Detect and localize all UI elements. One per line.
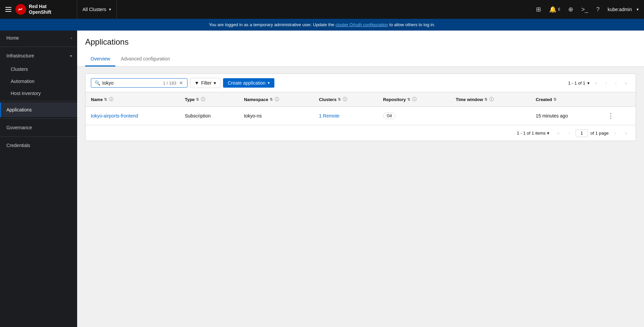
items-per-page-dropdown[interactable]: 1 - 1 of 1 items ▾ (515, 129, 551, 137)
applications-table: Name ⇅ ⓘ Type ⇅ ⓘ (85, 92, 636, 125)
sidebar-item-host-inventory[interactable]: Host inventory (0, 87, 77, 99)
repository-info-button[interactable]: ⓘ (412, 96, 417, 102)
banner-message-end: to allow others to log in. (389, 22, 435, 27)
app-name-link[interactable]: tokyo-airports-frontend (91, 113, 138, 119)
cell-repository: Git (378, 107, 450, 125)
clusters-sort-icon[interactable]: ⇅ (338, 97, 341, 102)
footer-first-page-button[interactable]: « (554, 129, 563, 137)
redhat-logo-icon (15, 4, 26, 15)
namespace-sort-icon[interactable]: ⇅ (270, 97, 273, 102)
repository-sort-icon[interactable]: ⇅ (407, 97, 410, 102)
search-wrap: 🔍 1 / 183 ✕ (91, 78, 187, 88)
cell-created: 15 minutes ago (530, 107, 600, 125)
sidebar-item-home[interactable]: Home › (0, 31, 77, 45)
tab-advanced-configuration[interactable]: Advanced configuration (115, 52, 175, 66)
clear-search-button[interactable]: ✕ (178, 80, 184, 86)
applications-label: Applications (6, 107, 32, 112)
time-window-info-button[interactable]: ⓘ (489, 96, 494, 102)
of-page-text: of 1 page (590, 131, 608, 136)
redhat-logo: Red Hat OpenShift (15, 4, 51, 15)
table-row: tokyo-airports-frontend Subscription tok… (86, 107, 636, 125)
automation-label: Automation (11, 79, 35, 84)
clusters-info-button[interactable]: ⓘ (342, 96, 348, 102)
user-chevron-icon: ▾ (637, 7, 639, 12)
cell-name: tokyo-airports-frontend (86, 107, 179, 125)
app-namespace: tokyo-ns (244, 113, 262, 119)
created-value: 15 minutes ago (536, 113, 568, 119)
tabs-bar: Overview Advanced configuration (85, 52, 636, 66)
oauth-config-link[interactable]: cluster OAuth configuration (335, 22, 388, 27)
namespace-col-sort: Namespace ⇅ ⓘ (244, 96, 279, 102)
created-sort-icon[interactable]: ⇅ (553, 97, 556, 102)
app-type: Subscription (185, 113, 211, 119)
bell-button[interactable]: 🔔 6 (546, 3, 564, 16)
logo-text: Red Hat OpenShift (29, 4, 51, 15)
name-sort-icon[interactable]: ⇅ (104, 97, 107, 102)
bell-count: 6 (558, 7, 560, 12)
col-header-type: Type ⇅ ⓘ (179, 92, 238, 107)
cell-namespace: tokyo-ns (238, 107, 314, 125)
repository-col-sort: Repository ⇅ ⓘ (383, 96, 417, 102)
filter-label: Filter (201, 80, 212, 86)
page-title: Applications (85, 37, 636, 47)
row-actions-button[interactable]: ⋮ (605, 111, 616, 121)
plus-button[interactable]: ⊕ (565, 3, 577, 16)
terminal-button[interactable]: >_ (578, 3, 592, 16)
app-body: Home › Infrastructure ▾ Clusters Automat… (0, 31, 644, 327)
svg-point-1 (19, 8, 21, 9)
sidebar-item-automation[interactable]: Automation (0, 75, 77, 87)
first-page-button[interactable]: « (592, 79, 600, 87)
page-number-input[interactable] (576, 129, 588, 137)
sidebar-item-credentials[interactable]: Credentials (0, 138, 77, 153)
sidebar-item-clusters[interactable]: Clusters (0, 63, 77, 75)
cluster-label: All Clusters (83, 7, 106, 12)
top-navigation: Red Hat OpenShift All Clusters ▾ ⊞ 🔔 6 ⊕… (0, 0, 644, 19)
type-info-button[interactable]: ⓘ (200, 96, 206, 102)
cluster-selector[interactable]: All Clusters ▾ (77, 0, 117, 19)
sidebar-divider-4 (0, 136, 77, 137)
create-application-button[interactable]: Create application ▾ (223, 78, 274, 88)
home-chevron-icon: › (71, 36, 72, 40)
clusters-link[interactable]: 1 Remote (319, 113, 339, 119)
cell-type: Subscription (179, 107, 238, 125)
sidebar-item-governance[interactable]: Governance (0, 120, 77, 135)
filter-button[interactable]: ▼ Filter ▾ (190, 78, 220, 88)
type-sort-icon[interactable]: ⇅ (196, 97, 199, 102)
last-page-button[interactable]: » (622, 79, 630, 87)
top-nav-actions: ⊞ 🔔 6 ⊕ >_ ? kube:admin ▾ (533, 0, 644, 19)
grid-icon-button[interactable]: ⊞ (533, 3, 544, 16)
pagination-count: 1 - 1 of 1 (568, 81, 585, 86)
bell-icon: 🔔 (549, 6, 556, 13)
col-header-repository: Repository ⇅ ⓘ (378, 92, 450, 107)
name-info-button[interactable]: ⓘ (108, 96, 114, 102)
namespace-info-button[interactable]: ⓘ (274, 96, 280, 102)
host-inventory-label: Host inventory (11, 91, 41, 96)
help-button[interactable]: ? (593, 3, 603, 16)
tab-overview[interactable]: Overview (85, 52, 115, 66)
page-header: Applications Overview Advanced configura… (77, 31, 644, 67)
sidebar: Home › Infrastructure ▾ Clusters Automat… (0, 31, 77, 327)
sidebar-item-infrastructure[interactable]: Infrastructure ▾ (0, 48, 77, 63)
user-menu[interactable]: kube:admin (604, 4, 635, 15)
footer-next-page-button[interactable]: › (611, 129, 619, 137)
filter-icon: ▼ (195, 80, 199, 86)
created-col-sort: Created ⇅ (536, 97, 556, 102)
hamburger-menu[interactable] (5, 7, 11, 12)
col-header-created: Created ⇅ (530, 92, 600, 107)
next-page-button[interactable]: › (612, 79, 620, 87)
cluster-chevron-icon: ▾ (109, 7, 111, 12)
infrastructure-chevron-icon: ▾ (70, 54, 72, 58)
search-icon: 🔍 (95, 80, 100, 86)
sidebar-infrastructure-label: Infrastructure (6, 53, 34, 58)
cell-row-actions: ⋮ (600, 107, 636, 125)
main-content: Applications Overview Advanced configura… (77, 31, 644, 327)
col-header-time-window: Time window ⇅ ⓘ (450, 92, 530, 107)
time-window-col-sort: Time window ⇅ ⓘ (456, 96, 494, 102)
sidebar-item-applications[interactable]: Applications (0, 102, 77, 117)
footer-last-page-button[interactable]: » (622, 129, 630, 137)
time-window-sort-icon[interactable]: ⇅ (484, 97, 487, 102)
prev-page-button[interactable]: ‹ (602, 79, 610, 87)
search-input[interactable] (102, 80, 161, 86)
items-count-label: 1 - 1 of 1 items (517, 131, 546, 136)
footer-prev-page-button[interactable]: ‹ (566, 129, 573, 137)
